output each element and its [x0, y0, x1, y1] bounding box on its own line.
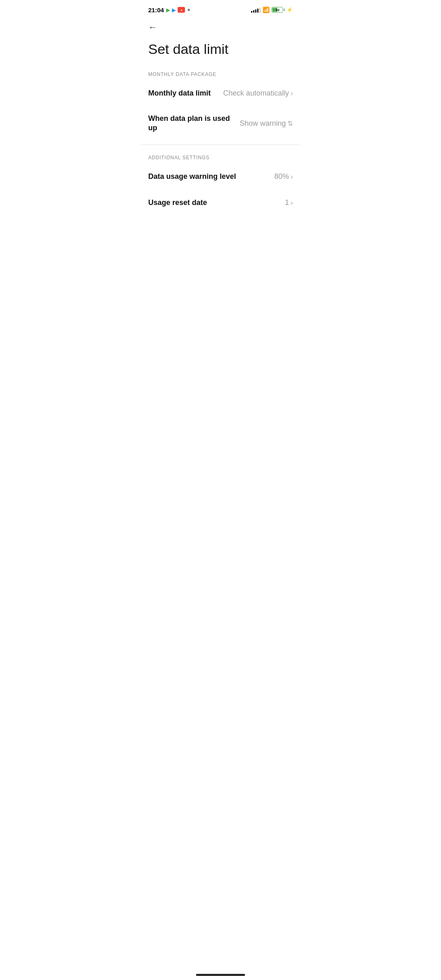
data-usage-warning-label: Data usage warning level [148, 172, 274, 181]
section-additional-header: ADDITIONAL SETTINGS [141, 149, 300, 164]
back-button[interactable]: ← [141, 18, 165, 37]
data-usage-warning-value-text: 80% [274, 172, 289, 181]
status-bar: 21:04 ▶ ▶ ● ✦ 📶 52 ⚡ [141, 0, 300, 18]
battery-tip [284, 9, 285, 11]
updown-icon: ⇅ [287, 120, 293, 127]
signal-bar-4 [257, 9, 258, 13]
monthly-data-limit-value: Check automatically › [223, 89, 293, 98]
chevron-right-icon-2: › [291, 173, 293, 180]
status-icons: ▶ ▶ ● ✦ [166, 7, 191, 13]
status-time: 21:04 [148, 7, 164, 13]
battery-body: 52 [272, 7, 283, 13]
usage-reset-date-label: Usage reset date [148, 198, 285, 207]
battery-icon: 52 [272, 7, 285, 13]
signal-icon [251, 7, 261, 13]
data-usage-warning-value: 80% › [274, 172, 293, 181]
data-plan-used-value: Show warning ⇅ [240, 119, 293, 128]
monthly-data-limit-value-text: Check automatically [223, 89, 289, 98]
play-blue-icon: ▶ [172, 7, 176, 13]
page-title: Set data limit [141, 37, 300, 66]
signal-bar-3 [255, 9, 256, 13]
usage-reset-date-value-text: 1 [285, 198, 289, 207]
section-additional: ADDITIONAL SETTINGS Data usage warning l… [141, 149, 300, 216]
data-plan-used-row[interactable]: When data plan is used up Show warning ⇅ [141, 107, 300, 140]
usage-reset-date-value: 1 › [285, 198, 293, 207]
status-left: 21:04 ▶ ▶ ● ✦ [148, 7, 191, 13]
play-green-icon: ▶ [166, 7, 170, 13]
usage-reset-date-row[interactable]: Usage reset date 1 › [141, 190, 300, 216]
charging-icon: ⚡ [287, 7, 293, 13]
rec-icon: ● [178, 7, 185, 13]
signal-bar-2 [253, 10, 254, 13]
chevron-right-icon: › [291, 90, 293, 97]
wifi-icon: 📶 [263, 7, 270, 13]
data-plan-used-label: When data plan is used up [148, 114, 240, 133]
signal-bar-5 [259, 8, 261, 13]
back-arrow-icon: ← [148, 22, 157, 33]
section-divider [141, 145, 300, 145]
section-monthly-header: MONTHLY DATA PACKAGE [141, 66, 300, 80]
status-right: 📶 52 ⚡ [251, 7, 293, 13]
signal-bar-1 [251, 11, 252, 13]
chevron-right-icon-3: › [291, 199, 293, 207]
data-usage-warning-row[interactable]: Data usage warning level 80% › [141, 164, 300, 190]
monthly-data-limit-row[interactable]: Monthly data limit Check automatically › [141, 80, 300, 107]
section-monthly: MONTHLY DATA PACKAGE Monthly data limit … [141, 66, 300, 140]
settings-icon: ✦ [187, 7, 191, 13]
battery-text: 52 [272, 8, 283, 12]
data-plan-used-value-text: Show warning [240, 119, 286, 128]
monthly-data-limit-label: Monthly data limit [148, 89, 223, 98]
